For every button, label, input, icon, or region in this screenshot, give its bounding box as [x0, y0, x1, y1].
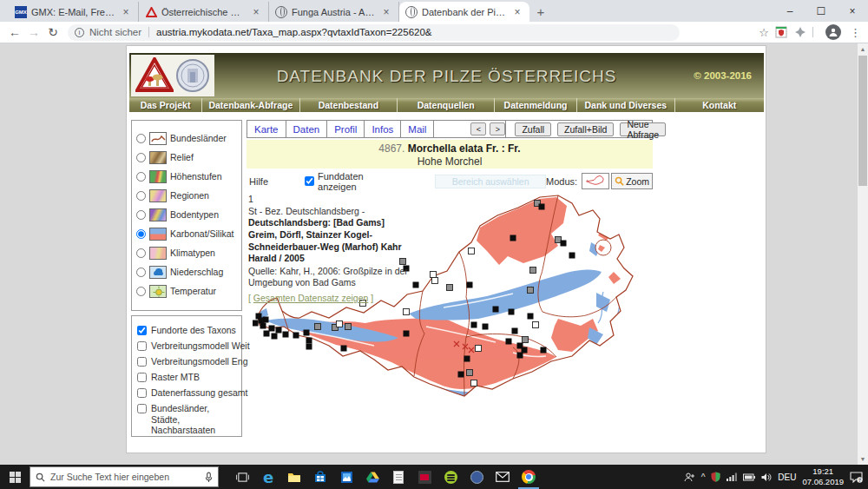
option-checkbox[interactable] [137, 373, 147, 382]
taskbar-document[interactable] [385, 465, 411, 489]
volume-icon[interactable] [761, 472, 772, 482]
layer-bundeslaender[interactable]: Bundesländer [132, 129, 241, 148]
browser-tab-gmx[interactable]: GMX GMX: E-Mail, FreeMail & Nachric × [9, 2, 139, 22]
layer-niederschlag[interactable]: Niederschlag [132, 262, 241, 281]
scrollbar-thumb[interactable] [858, 56, 867, 186]
microphone-icon[interactable] [205, 472, 213, 483]
tab-close-icon[interactable]: × [120, 6, 132, 18]
previous-taxon-button[interactable]: < [470, 122, 486, 135]
window-maximize-button[interactable]: ☐ [806, 0, 837, 22]
address-bar[interactable]: i Nicht sicher austria.mykodata.net/Taxa… [68, 24, 680, 41]
layer-radio[interactable] [136, 191, 146, 201]
taskbar-mail[interactable] [490, 465, 516, 489]
link-text[interactable]: Gesamten Datensatz zeigen [253, 293, 369, 303]
option-verbreitungsmodell-weit[interactable]: Verbreitungsmodell Weit [132, 338, 241, 354]
full-record-link[interactable]: [ Gesamten Datensatz zeigen ] [248, 293, 410, 305]
taskbar-spotify[interactable] [437, 465, 464, 489]
layer-radio[interactable] [136, 134, 146, 143]
start-button[interactable] [0, 465, 30, 489]
tab-close-icon[interactable]: × [511, 6, 523, 18]
taskbar-community[interactable] [464, 465, 490, 489]
tab-close-icon[interactable]: × [380, 6, 392, 18]
window-close-button[interactable]: × [837, 0, 868, 22]
reload-icon[interactable]: ↻ [43, 25, 62, 39]
layer-radio[interactable] [136, 153, 146, 162]
taskbar-drive[interactable] [359, 465, 385, 489]
task-view-button[interactable] [229, 465, 255, 489]
nav-datenbank-abfrage[interactable]: Datenbank-Abfrage [202, 98, 300, 112]
taskbar-search[interactable]: Zur Suche Text hier eingeben [30, 466, 219, 487]
browser-tab-mykologische[interactable]: Österreichische Mykologische G × [139, 2, 269, 22]
keyboard-language[interactable]: DEU [778, 472, 796, 482]
option-verbreitungsmodell-eng[interactable]: Verbreitungsmodell Eng [132, 354, 241, 369]
tab-daten[interactable]: Daten [286, 121, 328, 137]
option-fundorte[interactable]: Fundorte des Taxons [132, 322, 241, 338]
window-minimize-button[interactable]: – [774, 0, 806, 22]
action-center-icon[interactable]: 7 [850, 472, 863, 483]
option-datenerfassung[interactable]: Datenerfassung gesamt [132, 385, 241, 400]
taskbar-dark-app[interactable] [411, 465, 437, 489]
tab-profil[interactable]: Profil [327, 121, 365, 137]
next-taxon-button[interactable]: > [490, 122, 505, 135]
taskbar-file-explorer[interactable] [281, 465, 307, 489]
scroll-down-icon[interactable]: ▼ [858, 453, 868, 465]
neue-abfrage-button[interactable]: Neue Abfrage [620, 122, 666, 136]
network-icon[interactable] [727, 472, 737, 481]
layer-bodentypen[interactable]: Bodentypen [132, 205, 241, 224]
page-info-icon[interactable]: i [75, 28, 84, 37]
taskbar-clock[interactable]: 19:21 07.06.2019 [802, 466, 844, 487]
scroll-up-icon[interactable]: ▲ [858, 43, 868, 55]
security-label[interactable]: Nicht sicher [89, 27, 141, 37]
url-text[interactable]: austria.mykodata.net/Taxa_map.aspx?qvtax… [156, 27, 431, 37]
taskbar-chrome-active[interactable] [516, 465, 542, 489]
layer-temperatur[interactable]: Temperatur [132, 281, 241, 301]
distribution-map-area[interactable]: 1 St - Bez. Deutschlandsberg - Deutschla… [248, 185, 674, 450]
layer-klimatypen[interactable]: Klimatypen [132, 243, 241, 262]
antivirus-shield-icon[interactable] [711, 472, 720, 482]
nav-datenmeldung[interactable]: Datenmeldung [495, 98, 577, 112]
tab-infos[interactable]: Infos [365, 121, 401, 137]
nav-dank-und-diverses[interactable]: Dank und Diverses [577, 98, 675, 112]
page-scrollbar[interactable]: ▲ ▼ [858, 43, 868, 465]
option-bundeslaender-staedte[interactable]: Bundesländer, Städte, Nachbarstaaten [132, 400, 241, 439]
taskbar-store[interactable] [307, 465, 333, 489]
layer-relief[interactable]: Relief [132, 148, 241, 167]
taskbar-photos[interactable] [333, 465, 359, 489]
people-icon[interactable] [684, 472, 695, 482]
layer-karbonat-silikat[interactable]: Karbonat/Silikat [132, 224, 241, 243]
new-tab-button[interactable]: + [529, 2, 552, 22]
tray-expand-icon[interactable]: ^ [701, 472, 706, 482]
option-checkbox[interactable] [137, 341, 147, 351]
layer-radio[interactable] [136, 248, 146, 258]
nav-datenquellen[interactable]: Datenquellen [398, 98, 495, 112]
layer-radio[interactable] [136, 268, 146, 277]
layer-radio[interactable] [136, 172, 146, 182]
zufall-bild-button[interactable]: Zufall+Bild [557, 122, 614, 136]
bookmark-star-icon[interactable]: ☆ [759, 26, 769, 39]
extension-generic-icon[interactable] [793, 25, 807, 39]
layer-hoehenstufen[interactable]: Höhenstufen [132, 167, 241, 186]
option-checkbox[interactable] [137, 404, 147, 413]
layer-regionen[interactable]: Regionen [132, 186, 241, 205]
forward-icon[interactable]: → [24, 25, 43, 39]
tab-mail[interactable]: Mail [401, 121, 434, 137]
nav-das-projekt[interactable]: Das Projekt [129, 98, 202, 112]
browser-tab-funga[interactable]: Funga Austria - Antwort erstellen × [269, 2, 399, 22]
zufall-button[interactable]: Zufall [515, 122, 551, 136]
browser-tab-datenbank-active[interactable]: Datenbank der Pilze Österreichs × [399, 2, 529, 22]
option-checkbox[interactable] [137, 357, 147, 367]
taskbar-edge[interactable]: e [255, 465, 281, 489]
browser-menu-icon[interactable]: ⋮ [846, 26, 865, 39]
layer-radio[interactable] [136, 229, 146, 239]
nav-datenbestand[interactable]: Datenbestand [300, 98, 398, 112]
layer-radio[interactable] [136, 210, 146, 220]
battery-icon[interactable] [743, 473, 755, 481]
option-checkbox[interactable] [137, 326, 147, 335]
nav-kontakt[interactable]: Kontakt [675, 98, 764, 112]
layer-radio[interactable] [136, 287, 146, 296]
tab-karte[interactable]: Karte [247, 121, 286, 137]
option-raster-mtb[interactable]: Raster MTB [132, 369, 241, 385]
option-checkbox[interactable] [137, 388, 147, 398]
back-icon[interactable]: ← [5, 25, 24, 39]
extension-shield-icon[interactable] [774, 25, 788, 39]
